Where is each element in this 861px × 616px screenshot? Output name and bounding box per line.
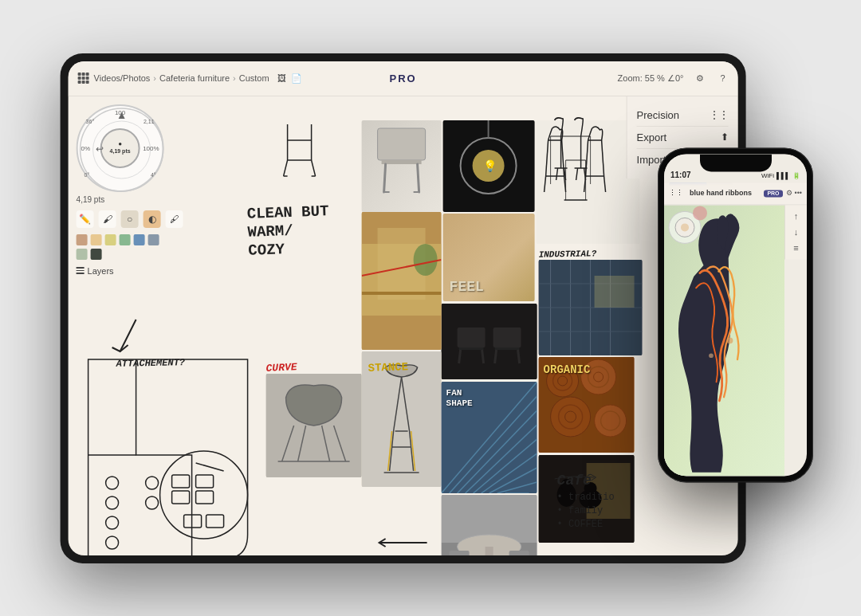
svg-line-52	[604, 176, 606, 192]
svg-line-29	[196, 463, 224, 471]
phone-toolbar: ↑ ↓ ≡	[784, 205, 807, 259]
svg-point-136	[727, 337, 733, 343]
svg-line-9	[312, 160, 316, 176]
export-label: Export	[637, 131, 667, 143]
export-button[interactable]: Export ⬆	[637, 127, 729, 149]
phone-status-bar: WiFi ▌▌▌ 🔋	[761, 172, 800, 179]
svg-rect-124	[450, 551, 470, 555]
phone-grid-icon[interactable]: ⋮⋮	[669, 189, 683, 197]
precision-button[interactable]: Precision ⋮⋮	[637, 104, 729, 127]
svg-line-42	[546, 140, 548, 176]
swatch-8[interactable]	[91, 249, 102, 260]
swatch-7[interactable]	[77, 249, 88, 260]
swatch-1[interactable]	[77, 234, 88, 245]
help-button[interactable]: ?	[717, 72, 728, 84]
phone-notch	[700, 154, 772, 171]
grid-icon[interactable]	[78, 73, 89, 84]
hw-text-clean-warm: CLEAN BUTWARM/COZY	[246, 202, 330, 260]
photo-fan-shape: FANSHAPE	[442, 382, 537, 493]
phone-screen: 11:07 WiFi ▌▌▌ 🔋 ⋮⋮ blue hand ribbons PR…	[664, 154, 807, 476]
phone-device: 11:07 WiFi ▌▌▌ 🔋 ⋮⋮ blue hand ribbons PR…	[658, 147, 813, 482]
signal-icon: ▌▌▌	[776, 172, 790, 179]
color-swatches	[77, 234, 172, 260]
bullet-family: • family	[557, 504, 615, 518]
breadcrumb-sep-2: ›	[233, 73, 236, 83]
industrial-label: INDUSTRIAL?	[539, 249, 597, 259]
svg-line-73	[495, 350, 497, 363]
swatch-5[interactable]	[134, 234, 145, 245]
phone-more-icon[interactable]: •••	[795, 189, 802, 197]
photo-dark-chairs	[442, 304, 537, 379]
svg-line-8	[284, 160, 288, 176]
settings-button[interactable]: ⚙	[693, 72, 707, 85]
svg-rect-125	[509, 551, 529, 555]
pen-tool[interactable]: ✏️	[77, 210, 94, 228]
breadcrumb-item-2[interactable]: Cafeteria furniture	[159, 73, 230, 83]
photo-industrial	[539, 260, 643, 355]
svg-point-19	[106, 516, 119, 529]
phone-pro-badge: PRO	[764, 190, 782, 197]
phone-action-icons[interactable]: ⚙ •••	[786, 189, 802, 197]
app-title: PRO	[390, 73, 417, 84]
color-tool[interactable]: ◐	[144, 210, 161, 228]
dial-label-tr: 2,11	[144, 119, 155, 124]
phone-menu-icon[interactable]: ≡	[793, 243, 798, 253]
photo-barstool: STANCE	[362, 351, 442, 487]
phone-settings-icon[interactable]: ⚙	[786, 189, 792, 197]
svg-rect-65	[595, 276, 635, 308]
left-tools: ↩ ●4,19 pts 100 0% 100% 36° 2,11 0° 4°	[77, 104, 188, 276]
dial-label-right: 100%	[143, 144, 159, 151]
dial-circle[interactable]: ↩ ●4,19 pts 100 0% 100% 36° 2,11 0° 4°	[77, 104, 164, 192]
tablet-device: Videos/Photos › Cafeteria furniture › Cu…	[61, 53, 746, 563]
dial-widget[interactable]: ↩ ●4,19 pts 100 0% 100% 36° 2,11 0° 4°	[77, 104, 164, 192]
svg-rect-68	[459, 347, 484, 350]
svg-rect-28	[206, 515, 224, 528]
svg-line-34	[418, 164, 419, 192]
swatch-6[interactable]	[148, 234, 159, 245]
svg-rect-31	[378, 128, 426, 160]
layers-button[interactable]: Layers	[77, 266, 188, 276]
photo-icon: 🖼	[277, 73, 286, 83]
photo-cafe-env	[362, 212, 442, 350]
breadcrumb-item-1[interactable]: Videos/Photos	[94, 73, 151, 83]
doc-icon: 📄	[291, 73, 302, 84]
layers-label-text: Layers	[88, 266, 114, 276]
svg-point-22	[146, 496, 159, 509]
svg-rect-122	[486, 547, 493, 555]
photo-organic-logs: ORGANIC	[539, 357, 635, 453]
dial-label-tl: 36°	[86, 119, 95, 124]
precision-grid-icon: ⋮⋮	[710, 109, 729, 120]
svg-rect-67	[458, 328, 486, 347]
battery-icon: 🔋	[792, 172, 800, 179]
svg-point-137	[709, 353, 714, 358]
phone-upload-icon[interactable]: ↑	[794, 211, 799, 221]
swatch-2[interactable]	[91, 234, 102, 245]
wifi-icon: WiFi	[761, 172, 774, 179]
svg-point-130	[414, 244, 438, 276]
scene: Videos/Photos › Cafeteria furniture › Cu…	[0, 0, 861, 616]
svg-line-43	[562, 140, 564, 176]
photo-table-floor: grip	[442, 495, 537, 555]
svg-rect-24	[196, 475, 214, 488]
svg-point-16	[160, 451, 248, 539]
swatch-4[interactable]	[120, 234, 131, 245]
phone-time: 11:07	[670, 171, 691, 179]
phone-nav-bar: ⋮⋮ blue hand ribbons PRO ⚙ •••	[664, 182, 807, 205]
breadcrumb: Videos/Photos › Cafeteria furniture › Cu…	[94, 73, 269, 83]
svg-point-18	[106, 496, 119, 509]
swatch-3[interactable]	[105, 234, 116, 245]
breadcrumb-item-3[interactable]: Custom	[239, 73, 269, 83]
ink-tool[interactable]: 🖋	[166, 210, 183, 228]
eraser-tool[interactable]: ○	[121, 210, 139, 228]
phone-dial-widget[interactable]	[667, 210, 703, 245]
zoom-level: Zoom: 55 % ∠0°	[618, 73, 684, 84]
svg-text:↩: ↩	[96, 143, 104, 155]
photo-cafe-warm: FEEL	[443, 214, 535, 301]
svg-point-98	[551, 397, 591, 437]
brush-tool[interactable]: 🖌	[99, 210, 116, 228]
svg-rect-23	[172, 475, 190, 488]
svg-line-49	[602, 140, 604, 176]
feel-text: FEEL	[450, 279, 484, 295]
phone-download-icon[interactable]: ↓	[794, 227, 799, 237]
dial-label-bl: 0°	[85, 172, 90, 178]
